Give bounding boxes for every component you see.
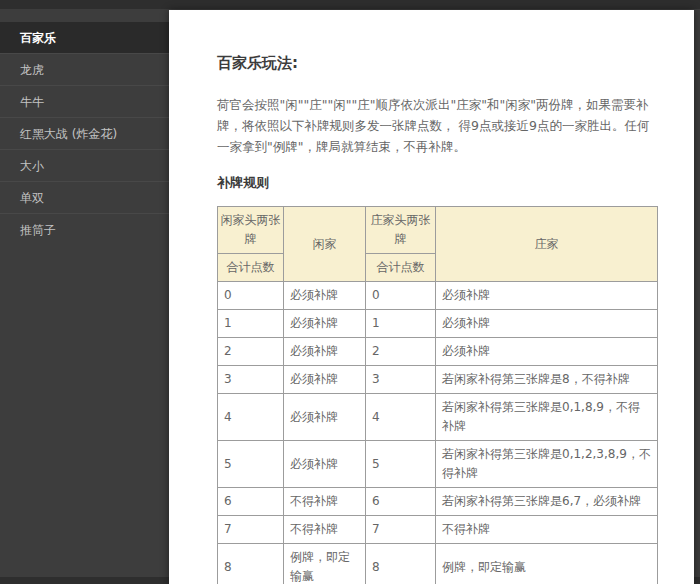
cell-banker-points: 2 [366, 338, 436, 366]
cell-banker-points: 5 [366, 441, 436, 488]
table-row: 6不得补牌6若闲家补得第三张牌是6,7，必须补牌 [218, 488, 658, 516]
draw-rules-table: 闲家头两张牌 闲家 庄家头两张牌 庄家 合计点数 合计点数 0必须补牌0必须补牌… [217, 206, 658, 584]
cell-banker-points: 8 [366, 544, 436, 584]
cell-banker-points: 1 [366, 310, 436, 338]
cell-player-rule: 必须补牌 [284, 310, 366, 338]
cell-banker-rule: 必须补牌 [436, 310, 658, 338]
table-row: 4必须补牌4若闲家补得第三张牌是0,1,8,9，不得补牌 [218, 394, 658, 441]
cell-banker-points: 3 [366, 366, 436, 394]
table-row: 2必须补牌2必须补牌 [218, 338, 658, 366]
cell-banker-rule: 若闲家补得第三张牌是6,7，必须补牌 [436, 488, 658, 516]
header-banker: 庄家 [436, 207, 658, 282]
sidebar-item-big-small[interactable]: 大小 [0, 150, 169, 182]
cell-player-rule: 必须补牌 [284, 441, 366, 488]
sidebar-item-baccarat[interactable]: 百家乐 [0, 22, 169, 54]
page-title: 百家乐玩法: [217, 54, 666, 73]
top-bar [0, 0, 700, 9]
cell-player-rule: 必须补牌 [284, 338, 366, 366]
header-player-first-two-cards: 闲家头两张牌 [218, 207, 284, 254]
cell-player-points: 7 [218, 516, 284, 544]
cell-banker-rule: 若闲家补得第三张牌是0,1,2,3,8,9，不得补牌 [436, 441, 658, 488]
game-rules-page: { "sidebar": { "items": [ { "label": "百家… [0, 0, 700, 584]
cell-player-points: 5 [218, 441, 284, 488]
header-player: 闲家 [284, 207, 366, 282]
sidebar-item-dragon-tiger[interactable]: 龙虎 [0, 54, 169, 86]
sidebar-item-odd-even[interactable]: 单双 [0, 182, 169, 214]
header-banker-total-points: 合计点数 [366, 254, 436, 282]
cell-banker-rule: 不得补牌 [436, 516, 658, 544]
cell-player-points: 0 [218, 282, 284, 310]
cell-player-rule: 必须补牌 [284, 394, 366, 441]
cell-player-rule: 不得补牌 [284, 488, 366, 516]
cell-banker-rule: 若闲家补得第三张牌是8，不得补牌 [436, 366, 658, 394]
table-row: 5必须补牌5若闲家补得第三张牌是0,1,2,3,8,9，不得补牌 [218, 441, 658, 488]
cell-banker-rule: 必须补牌 [436, 282, 658, 310]
sidebar-item-red-black-war[interactable]: 红黑大战 (炸金花) [0, 118, 169, 150]
sidebar-item-niuniu[interactable]: 牛牛 [0, 86, 169, 118]
game-sidebar: 百家乐 龙虎 牛牛 红黑大战 (炸金花) 大小 单双 推筒子 [0, 22, 169, 246]
cell-player-points: 8 [218, 544, 284, 584]
cell-banker-points: 0 [366, 282, 436, 310]
header-banker-first-two-cards: 庄家头两张牌 [366, 207, 436, 254]
cell-banker-points: 4 [366, 394, 436, 441]
table-row: 0必须补牌0必须补牌 [218, 282, 658, 310]
rules-table-header: 闲家头两张牌 闲家 庄家头两张牌 庄家 合计点数 合计点数 [218, 207, 658, 282]
rules-table-body: 0必须补牌0必须补牌1必须补牌1必须补牌2必须补牌2必须补牌3必须补牌3若闲家补… [218, 282, 658, 584]
cell-player-points: 3 [218, 366, 284, 394]
cell-banker-points: 7 [366, 516, 436, 544]
cell-player-rule: 不得补牌 [284, 516, 366, 544]
cell-player-points: 1 [218, 310, 284, 338]
cell-banker-rule: 例牌，即定输赢 [436, 544, 658, 584]
header-player-total-points: 合计点数 [218, 254, 284, 282]
content-panel: 百家乐玩法: 荷官会按照"闲""庄""闲""庄"顺序依次派出"庄家"和"闲家"两… [169, 10, 694, 584]
rules-intro-paragraph: 荷官会按照"闲""庄""闲""庄"顺序依次派出"庄家"和"闲家"两份牌，如果需要… [217, 94, 661, 157]
cell-player-points: 4 [218, 394, 284, 441]
section-subtitle: 补牌规则 [217, 174, 666, 192]
cell-banker-points: 6 [366, 488, 436, 516]
cell-player-points: 6 [218, 488, 284, 516]
table-row: 7不得补牌7不得补牌 [218, 516, 658, 544]
table-row: 1必须补牌1必须补牌 [218, 310, 658, 338]
cell-player-rule: 例牌，即定输赢 [284, 544, 366, 584]
cell-banker-rule: 若闲家补得第三张牌是0,1,8,9，不得补牌 [436, 394, 658, 441]
cell-player-rule: 必须补牌 [284, 282, 366, 310]
table-row: 8例牌，即定输赢8例牌，即定输赢 [218, 544, 658, 584]
cell-player-points: 2 [218, 338, 284, 366]
cell-player-rule: 必须补牌 [284, 366, 366, 394]
cell-banker-rule: 必须补牌 [436, 338, 658, 366]
sidebar-item-tuitongzi[interactable]: 推筒子 [0, 214, 169, 246]
table-row: 3必须补牌3若闲家补得第三张牌是8，不得补牌 [218, 366, 658, 394]
